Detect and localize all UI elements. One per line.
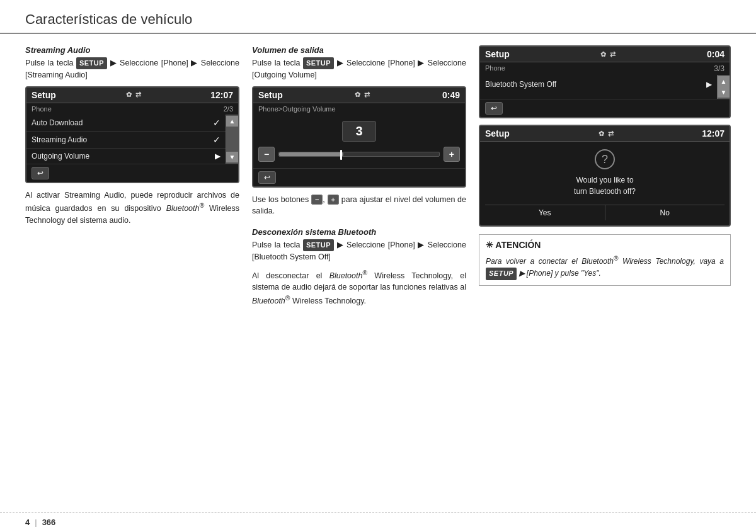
volume-screen: Setup ✿ ⇄ 0:49 Phone>Outgoing Volume 3 − (252, 86, 466, 188)
desconexion-title: Desconexión sistema Bluetooth (252, 227, 466, 237)
scroll-up-left[interactable]: ▲ (226, 116, 238, 127)
col-right: Setup ✿ ⇄ 0:04 Phone 3/3 Bluetooth Syste… (479, 45, 731, 312)
attention-text: Para volver a conectar el Bluetooth® Wir… (486, 254, 724, 280)
back-btn-left[interactable]: ↩ (32, 167, 49, 179)
screen-row-right1: Bluetooth System Off ▶ ▲ ▼ (480, 75, 730, 99)
attention-title: ✳ ATENCIÓN (486, 240, 724, 250)
menu-item-autodownload[interactable]: Auto Download ✓ (26, 115, 226, 132)
scroll-down-left[interactable]: ▼ (226, 152, 238, 162)
volume-track (278, 152, 440, 157)
screen-header-right1: Setup ✿ ⇄ 0:04 (480, 47, 730, 62)
page-footer: 4 | 366 (0, 512, 756, 532)
attention-box: ✳ ATENCIÓN Para volver a conectar el Blu… (479, 234, 731, 286)
footer-page: 366 (42, 518, 56, 527)
volume-indicator (340, 150, 342, 160)
bt-off-screen: Setup ✿ ⇄ 0:04 Phone 3/3 Bluetooth Syste… (479, 45, 731, 118)
setup-badge-mid1: SETUP (303, 57, 334, 69)
back-row-vol: ↩ (253, 168, 465, 186)
volume-minus-btn[interactable]: − (258, 147, 275, 162)
screen-sub-left: Phone 2/3 (26, 103, 238, 115)
streaming-audio-title: Streaming Audio (25, 45, 239, 55)
scroll-down-right1[interactable]: ▼ (718, 87, 730, 98)
screen-menu-left: Auto Download ✓ Streaming Audio ✓ Outgoi… (26, 115, 238, 164)
volumen-instruction: Pulse la tecla SETUP ▶ Seleccione [Phone… (252, 57, 466, 81)
volume-plus-btn[interactable]: + (444, 147, 460, 162)
screen-icons-vol: ✿ ⇄ (355, 91, 370, 99)
volumen-title: Volumen de salida (252, 45, 466, 55)
volume-desc: Use los botones −, + para ajustar el niv… (252, 194, 466, 218)
menu-list-left: Auto Download ✓ Streaming Audio ✓ Outgoi… (26, 115, 226, 164)
minus-inline: − (311, 195, 323, 205)
screen-scroll-right1: ▲ ▼ (717, 75, 730, 99)
screen-scroll-left: ▲ ▼ (226, 115, 238, 164)
desconexion-description: Al desconectar el Bluetooth® Wireless Te… (252, 268, 466, 308)
screen-icons-right1: ✿ ⇄ (600, 50, 616, 59)
col-left: Streaming Audio Pulse la tecla SETUP ▶ S… (25, 45, 239, 312)
streaming-audio-instruction: Pulse la tecla SETUP ▶ Seleccione [Phone… (25, 57, 239, 81)
volume-screen-body: 3 − + (253, 115, 465, 168)
volume-value: 3 (342, 121, 375, 142)
dialog-no-btn[interactable]: No (605, 205, 725, 220)
back-btn-right1[interactable]: ↩ (485, 102, 503, 115)
screen-sub-right1: Phone 3/3 (480, 62, 730, 75)
page-title: Características de vehículo (25, 11, 192, 27)
screen-icons-right2: ✿ ⇄ (598, 130, 614, 138)
back-btn-vol[interactable]: ↩ (258, 171, 276, 184)
dialog-yes-btn[interactable]: Yes (485, 205, 605, 220)
dialog-buttons: Yes No (485, 205, 724, 220)
streaming-audio-screen: Setup ✿ ⇄ 12:07 Phone 2/3 Auto Download … (25, 86, 239, 183)
volume-slider-row: − + (258, 147, 460, 162)
scroll-up-right1[interactable]: ▲ (718, 76, 730, 87)
menu-list-right1: Bluetooth System Off ▶ (480, 75, 717, 99)
back-row-left: ↩ (26, 164, 238, 182)
screen-header-right2: Setup ✿ ⇄ 12:07 (480, 126, 730, 142)
setup-badge-mid2: SETUP (303, 239, 334, 251)
page-header: Características de vehículo (0, 0, 756, 34)
screen-header-vol: Setup ✿ ⇄ 0:49 (253, 88, 465, 103)
col-middle: Volumen de salida Pulse la tecla SETUP ▶… (252, 45, 466, 312)
dialog-question-icon: ? (595, 149, 615, 169)
screen-header-left: Setup ✿ ⇄ 12:07 (26, 88, 238, 103)
setup-badge-attention: SETUP (486, 268, 517, 280)
back-row-right1: ↩ (480, 99, 730, 117)
bt-dialog-screen: Setup ✿ ⇄ 12:07 ? Would you like to turn… (479, 125, 731, 227)
screen-icons-left: ✿ ⇄ (126, 91, 141, 99)
bluetooth-off-item[interactable]: Bluetooth System Off ▶ (480, 75, 717, 94)
screen-sub-vol: Phone>Outgoing Volume (253, 103, 465, 115)
dialog-body: ? Would you like to turn Bluetooth off? … (480, 142, 730, 225)
footer-chapter: 4 (25, 518, 30, 527)
streaming-description: Al activar Streaming Audio, puede reprod… (25, 190, 239, 227)
volume-fill (279, 152, 343, 156)
plus-inline: + (328, 195, 339, 205)
dialog-text: Would you like to turn Bluetooth off? (574, 174, 636, 197)
main-content: Streaming Audio Pulse la tecla SETUP ▶ S… (0, 45, 756, 312)
menu-item-outgoing[interactable]: Outgoing Volume ▶ (26, 149, 226, 164)
setup-badge-left: SETUP (76, 57, 107, 69)
menu-item-streaming[interactable]: Streaming Audio ✓ (26, 132, 226, 149)
desconexion-instruction: Pulse la tecla SETUP ▶ Seleccione [Phone… (252, 239, 466, 263)
